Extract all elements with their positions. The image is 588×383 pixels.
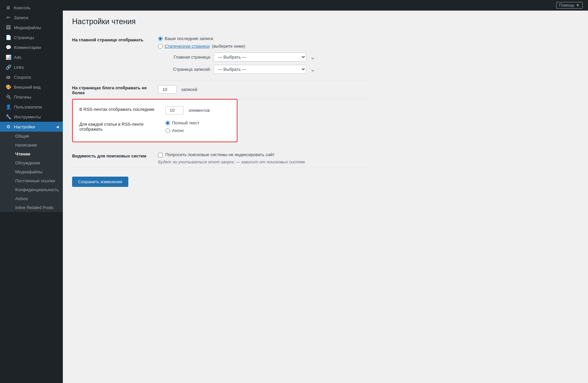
rss-full-text-input[interactable] xyxy=(165,121,170,125)
sidebar-item-polzovateli[interactable]: 👤 Пользователи xyxy=(0,102,63,112)
main-area: Помощь ▼ Настройки чтения На главной стр… xyxy=(63,0,588,383)
save-button[interactable]: Сохранить изменения xyxy=(72,177,128,187)
search-checkbox-row[interactable]: Попросить поисковые системы не индексиро… xyxy=(158,152,370,157)
posts-page-select-row: Страница записей: — Выбрать — ⌄ xyxy=(158,65,370,74)
search-checkbox-label: Попросить поисковые системы не индексиро… xyxy=(165,152,274,157)
rss-count-label: В RSS-лентах отображать последние xyxy=(79,106,165,112)
polzovateli-icon: 👤 xyxy=(5,104,11,109)
save-button-wrapper: Сохранить изменения xyxy=(72,168,579,192)
mediafiles-icon: 🖼 xyxy=(5,25,11,30)
rss-article-content: Полный текст Анонс xyxy=(165,120,230,136)
blog-pages-row: На страницах блога отображать не более 1… xyxy=(72,81,370,99)
sidebar-submenu-napisanie[interactable]: Написание xyxy=(0,141,63,149)
posts-select-chevron-icon: ⌄ xyxy=(310,66,315,73)
sidebar-submenu-mediafiles[interactable]: Медиафайлы xyxy=(0,167,63,176)
search-visibility-content: Попросить поисковые системы не индексиро… xyxy=(158,152,370,164)
radio-static-page-option[interactable]: Статическую страницу (выберите ниже) xyxy=(158,44,370,49)
rss-count-row: В RSS-лентах отображать последние 10 эле… xyxy=(79,106,230,114)
blog-pages-suffix: записей xyxy=(181,87,197,92)
blog-pages-content: 10 записей xyxy=(158,84,370,94)
rss-anons-option[interactable]: Анонс xyxy=(165,128,230,133)
rss-article-row: Для каждой статьи в RSS-ленте отображать… xyxy=(79,120,230,136)
content-area: Настройки чтения На главной странице ото… xyxy=(63,11,588,383)
homepage-display-content: Ваши последние записи Статическую страни… xyxy=(158,36,370,77)
plaginy-icon: 🔌 xyxy=(5,94,11,100)
sidebar-item-mediafiles[interactable]: 🖼 Медиафайлы xyxy=(0,22,63,32)
rss-count-content: 10 элементов xyxy=(165,106,230,114)
sidebar-item-links[interactable]: 🔗 Links xyxy=(0,62,63,72)
rss-full-text-option[interactable]: Полный текст xyxy=(165,120,230,125)
links-icon: 🔗 xyxy=(5,64,11,70)
sidebar-submenu-inline-related-posts[interactable]: Inline Related Posts xyxy=(0,203,63,212)
sidebar-label-nastroyki: Настройки xyxy=(14,124,54,129)
sidebar-item-coupons[interactable]: 🎟 Coupons xyxy=(0,72,63,82)
blog-pages-count-input[interactable]: 10 xyxy=(158,85,177,94)
vneshny-vid-icon: 🎨 xyxy=(5,84,11,90)
sidebar-submenu-konfidentsialnost[interactable]: Конфиденциальность xyxy=(0,185,63,194)
posts-page-select[interactable]: — Выбрать — xyxy=(214,65,306,74)
sidebar-label-konsol: Консоль xyxy=(14,5,59,10)
sidebar-label-zapisi: Записи xyxy=(14,15,59,20)
sidebar-item-konsol[interactable]: 🖥 Консоль xyxy=(0,3,63,13)
sidebar-submenu-nastroyki: Общие Написание Чтение Обсуждение Медиаф… xyxy=(0,132,63,212)
sidebar-label-kommentarii: Комментарии xyxy=(14,45,59,50)
rss-full-text-label: Полный текст xyxy=(172,120,199,125)
rss-count-suffix: элементов xyxy=(189,108,210,113)
instrumenty-icon: 🔧 xyxy=(5,114,11,119)
sidebar-item-stranitsy[interactable]: 📄 Страницы xyxy=(0,32,63,42)
posts-page-select-label: Страница записей: xyxy=(158,67,211,72)
sidebar-label-stranitsy: Страницы xyxy=(14,35,59,40)
sidebar-submenu-adace[interactable]: AdAce xyxy=(0,194,63,203)
radio-latest-posts-input[interactable] xyxy=(158,36,163,41)
zapisi-icon: ✏ xyxy=(5,15,11,20)
blog-pages-label: На страницах блога отображать не более xyxy=(72,84,158,95)
sidebar-item-zapisi[interactable]: ✏ Записи xyxy=(0,13,63,22)
sidebar-item-kommentarii[interactable]: 💬 Комментарии xyxy=(0,42,63,52)
ads-icon: 📊 xyxy=(5,55,11,60)
home-page-select-row: Главная страница: — Выбрать — ⌄ xyxy=(158,53,370,62)
sidebar-item-instrumenty[interactable]: 🔧 Инструменты xyxy=(0,112,63,122)
kommentarii-icon: 💬 xyxy=(5,45,11,50)
konsol-icon: 🖥 xyxy=(5,5,11,10)
sidebar-item-plaginy[interactable]: 🔌 Плагины xyxy=(0,92,63,102)
help-arrow-icon: ▼ xyxy=(576,3,580,8)
sidebar-label-links: Links xyxy=(14,65,59,70)
home-page-select[interactable]: — Выбрать — xyxy=(214,53,306,62)
sidebar-submenu-obsuzhdenie[interactable]: Обсуждение xyxy=(0,158,63,167)
rss-article-label: Для каждой статьи в RSS-ленте отображать xyxy=(79,120,165,132)
rss-anons-input[interactable] xyxy=(165,128,170,133)
sidebar-item-ads[interactable]: 📊 Ads xyxy=(0,52,63,62)
home-select-chevron-icon: ⌄ xyxy=(310,54,315,61)
radio-static-page-link[interactable]: Статическую страницу xyxy=(165,44,210,49)
nastroyki-icon: ⚙ xyxy=(5,124,11,129)
search-visibility-row: Видимость для поисковых систем Попросить… xyxy=(72,149,370,168)
sidebar-label-coupons: Coupons xyxy=(14,75,59,80)
sidebar-label-plaginy: Плагины xyxy=(14,95,59,100)
radio-latest-posts-label: Ваши последние записи xyxy=(165,36,213,41)
radio-latest-posts-option[interactable]: Ваши последние записи xyxy=(158,36,370,41)
sidebar-label-vneshny-vid: Внешний вид xyxy=(14,85,59,90)
rss-highlighted-section: В RSS-лентах отображать последние 10 эле… xyxy=(72,99,237,142)
page-title: Настройки чтения xyxy=(72,17,579,26)
sidebar-label-instrumenty: Инструменты xyxy=(14,114,59,119)
homepage-display-label: На главной странице отображать xyxy=(72,36,158,42)
sidebar-item-vneshny-vid[interactable]: 🎨 Внешний вид xyxy=(0,82,63,92)
search-visibility-hint: Будет ли учитываться этот запрос — завис… xyxy=(158,159,370,164)
help-button[interactable]: Помощь ▼ xyxy=(556,2,583,9)
rss-count-input[interactable]: 10 xyxy=(165,106,184,114)
radio-static-page-input[interactable] xyxy=(158,44,163,49)
sidebar-submenu-ssylki[interactable]: Постоянные ссылки xyxy=(0,176,63,185)
search-visibility-checkbox[interactable] xyxy=(158,153,163,157)
topbar: Помощь ▼ xyxy=(63,0,588,11)
sidebar-label-polzovateli: Пользователи xyxy=(14,105,59,109)
radio-static-page-suffix: (выберите ниже) xyxy=(212,44,245,49)
sidebar-item-nastroyki[interactable]: ⚙ Настройки ◀ xyxy=(0,122,63,132)
sidebar: 🖥 Консоль ✏ Записи 🖼 Медиафайлы 📄 Страни… xyxy=(0,0,63,383)
rss-anons-label: Анонс xyxy=(172,128,184,133)
sidebar-submenu-chtenie[interactable]: Чтение xyxy=(0,149,63,158)
sidebar-submenu-obshie[interactable]: Общие xyxy=(0,132,63,141)
home-page-select-label: Главная страница: xyxy=(158,55,211,60)
search-visibility-label: Видимость для поисковых систем xyxy=(72,152,158,158)
nastroyki-arrow-icon: ◀ xyxy=(56,125,59,129)
help-label: Помощь xyxy=(559,3,574,8)
